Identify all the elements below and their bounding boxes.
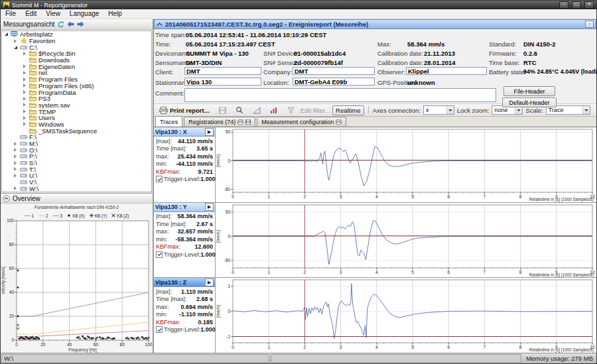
firmware-label: Firmware:	[489, 50, 517, 57]
trigger-checkbox[interactable]	[156, 326, 163, 333]
expander-closed-icon[interactable]	[22, 116, 27, 120]
expander-closed-icon[interactable]	[22, 52, 27, 56]
tree-item-temp[interactable]: TEMP	[2, 108, 151, 115]
save-button[interactable]	[216, 105, 230, 115]
tree-item-c[interactable]: C:\	[2, 44, 151, 50]
expander-closed-icon[interactable]	[13, 148, 18, 152]
histogram-button[interactable]	[267, 105, 281, 115]
document-menu-button[interactable]: ▫	[585, 21, 594, 28]
back-arrow-icon[interactable]	[67, 21, 74, 27]
edit-filter-button[interactable]: Edit filter...	[300, 107, 330, 114]
observer-field[interactable]	[406, 67, 487, 75]
expander-closed-icon[interactable]	[22, 122, 27, 126]
trigger-checkbox[interactable]	[156, 251, 163, 258]
expander-open-icon[interactable]	[3, 32, 9, 36]
trace-chart-z[interactable]: 01234567891010-1[mm/s]Relativtime in [s]…	[216, 278, 596, 353]
tree-item-program-files-x86[interactable]: Program Files (x86)	[2, 83, 151, 90]
tree-item-smstasksequence[interactable]: _SMSTaskSequence	[2, 127, 151, 134]
tree-item-ps3[interactable]: PS3	[2, 95, 151, 102]
tree-item-u[interactable]: U:\	[2, 172, 151, 179]
menu-edit[interactable]: Edit	[21, 9, 41, 19]
menu-view[interactable]: View	[41, 9, 65, 19]
expander-closed-icon[interactable]	[13, 154, 18, 158]
trace-chart-x[interactable]: 012345678910500-50[mm/s]Relativtime in […	[216, 127, 596, 202]
collapse-overview-icon[interactable]	[3, 195, 10, 202]
zoom-button[interactable]	[232, 105, 247, 115]
trigger-checkbox[interactable]	[156, 176, 163, 182]
filter-button[interactable]	[284, 105, 298, 115]
tab-registrations[interactable]: Registrations (74)	[184, 117, 255, 127]
expander-closed-icon[interactable]	[13, 161, 18, 165]
close-button[interactable]: ✕	[584, 1, 594, 9]
tree-item-arbeitsplatz[interactable]: Arbeitsplatz	[2, 31, 151, 38]
tree-item-v[interactable]: V:\	[2, 179, 151, 186]
play-button[interactable]: ▶	[205, 278, 214, 286]
expander-closed-icon[interactable]	[13, 174, 18, 178]
overview-chart[interactable]: 020406080100020406080100velocity [mm/s]F…	[1, 219, 153, 353]
file-header-button[interactable]: File-Header	[503, 86, 555, 96]
tree-item-o[interactable]: O:\	[2, 147, 151, 153]
expander-closed-icon[interactable]	[22, 97, 27, 101]
menu-language[interactable]: Language	[65, 9, 104, 19]
play-button[interactable]: ▶	[205, 128, 214, 136]
tree-item-favoriten[interactable]: Favoriten	[2, 38, 151, 44]
expander-open-icon[interactable]	[13, 46, 18, 49]
maximize-button[interactable]: ▢	[572, 1, 581, 9]
tree-item-recycle-bin[interactable]: $Recycle.Bin	[2, 50, 151, 57]
stat-row: KBFmax:9.721	[154, 167, 215, 175]
tree-item-m[interactable]: M:\	[2, 141, 151, 147]
legend-label: 2	[46, 213, 48, 218]
tree-item-users[interactable]: Users	[2, 115, 151, 121]
forward-arrow-icon[interactable]	[77, 21, 84, 27]
refresh-icon[interactable]	[57, 21, 64, 28]
axes-connection-select[interactable]: x	[423, 105, 454, 115]
channel-header-vipa130-z[interactable]: Vipa130 : Z▶	[154, 278, 215, 287]
channel-header-vipa130-x[interactable]: Vipa130 : X▶	[154, 127, 215, 137]
tree-item-f[interactable]: F:\	[2, 134, 151, 141]
sn-device-value: 01-000015ab1dc4	[294, 50, 346, 57]
svg-text:0: 0	[232, 194, 234, 199]
tree-item-s[interactable]: S:\	[2, 160, 151, 166]
tab-measurement-configuration[interactable]: Measurement configuration	[257, 117, 346, 127]
tree-item-eigenedaten[interactable]: EigeneDaten	[2, 63, 151, 70]
tab-traces[interactable]: Traces	[155, 116, 182, 127]
expander-closed-icon[interactable]	[22, 84, 27, 88]
expander-closed-icon[interactable]	[22, 71, 27, 75]
expander-closed-icon[interactable]	[22, 78, 27, 82]
location-field[interactable]	[293, 78, 375, 86]
menu-file[interactable]: File	[1, 9, 21, 19]
trace-chart-y[interactable]: 012345678910500-50[mm/s]Relativtime in […	[216, 203, 596, 278]
default-header-button[interactable]: Default-Header	[502, 97, 557, 107]
tree-item-downloads[interactable]: Downloads	[2, 57, 151, 64]
menu-help[interactable]: Help	[103, 9, 127, 19]
tree-item-y[interactable]: Y:\	[2, 192, 151, 192]
measure-button[interactable]	[249, 105, 264, 115]
tree-item-p[interactable]: P:\	[2, 153, 151, 160]
expander-closed-icon[interactable]	[13, 167, 18, 171]
realtime-button[interactable]: Realtime	[332, 105, 364, 115]
expander-closed-icon[interactable]	[22, 109, 27, 113]
tree-item-t[interactable]: T:\	[2, 166, 151, 172]
tree-item-system-sav[interactable]: system.sav	[2, 102, 151, 109]
collapse-document-icon[interactable]	[157, 22, 163, 27]
print-report-button[interactable]: Print report...	[156, 105, 213, 115]
expander-closed-icon[interactable]	[13, 39, 18, 43]
expander-closed-icon[interactable]	[22, 64, 27, 68]
expander-closed-icon[interactable]	[13, 142, 18, 146]
tree-item-w[interactable]: W:\	[2, 186, 151, 192]
stationname-field[interactable]	[184, 78, 261, 86]
drive-icon	[20, 141, 27, 147]
company-field[interactable]	[293, 67, 375, 75]
tree-item-label: _SMSTaskSequence	[38, 127, 97, 135]
tree-item-programdata[interactable]: ProgramData	[2, 89, 151, 95]
play-button[interactable]: ▶	[205, 203, 214, 211]
channel-header-vipa130-y[interactable]: Vipa130 : Y▶	[154, 203, 215, 212]
minimize-button[interactable]: –	[559, 1, 568, 9]
client-field[interactable]	[184, 67, 261, 75]
expander-closed-icon[interactable]	[22, 90, 27, 94]
comment-field[interactable]	[184, 88, 496, 102]
expander-closed-icon[interactable]	[13, 186, 18, 190]
svg-text:100: 100	[145, 342, 153, 347]
expander-closed-icon[interactable]	[22, 103, 27, 107]
stat-row: |max|:44.110 mm/s	[154, 137, 215, 145]
